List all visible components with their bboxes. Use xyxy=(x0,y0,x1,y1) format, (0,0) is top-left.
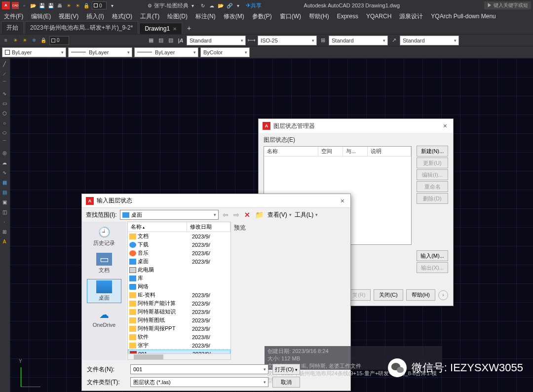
file-row[interactable]: 桌面2023/9/ xyxy=(128,257,230,266)
dim-icon[interactable]: ⟼ xyxy=(248,37,256,44)
hatch-tool-icon[interactable]: ▦ xyxy=(0,178,9,187)
qat-saveas-icon[interactable]: 💾 xyxy=(47,2,54,9)
qat-open-icon[interactable]: 📂 xyxy=(30,2,37,9)
filetype-dropdown[interactable]: 图层状态 (*.las) xyxy=(130,377,268,387)
file-row[interactable]: 此电脑 xyxy=(128,266,230,274)
col-name[interactable]: 名称 xyxy=(264,147,318,156)
table-icon[interactable]: ⊞ xyxy=(319,37,327,44)
tools-dd[interactable]: 工具(L) xyxy=(295,211,318,219)
file-row[interactable]: 下载2023/9/ xyxy=(128,240,230,249)
place-docs[interactable]: ▭文档 xyxy=(87,252,121,275)
qat-redo-icon[interactable]: ☀ xyxy=(74,2,81,9)
file-row[interactable]: IE-资料2023/9/ xyxy=(128,291,230,299)
workspace-label[interactable]: 张宇-绘图经典 xyxy=(154,2,189,9)
place-desktop[interactable]: 桌面 xyxy=(87,279,121,303)
search-hint[interactable]: ▶ 键入关键字或短 xyxy=(484,1,531,9)
file-row[interactable]: 软件2023/8/ xyxy=(128,333,230,341)
arc-icon[interactable]: ⌒ xyxy=(0,79,9,88)
qat-print-icon[interactable]: 🖶 xyxy=(56,2,63,9)
dimstyle-dd[interactable]: ISO-25 xyxy=(258,36,317,45)
qat-lock-icon[interactable]: 🔒 xyxy=(83,2,90,9)
lsm-close-button-2[interactable]: 关闭(C) xyxy=(374,289,403,301)
workspace-dd-icon[interactable]: ▾ xyxy=(190,2,196,9)
hatch3-icon[interactable]: ▧ xyxy=(167,37,175,44)
menu-item[interactable]: 视图(V) xyxy=(55,11,82,22)
menu-item[interactable]: YQARCH xyxy=(362,12,395,21)
circle-icon[interactable]: ○ xyxy=(0,118,9,127)
menu-item[interactable]: 源泉设计 xyxy=(395,11,427,22)
tab-start[interactable]: 开始 xyxy=(1,21,24,34)
point-icon[interactable]: · xyxy=(0,217,9,226)
file-row[interactable]: 网络 xyxy=(128,282,230,291)
menu-item[interactable]: 标注(N) xyxy=(191,11,220,22)
new-tab-button[interactable]: + xyxy=(182,22,196,34)
hatch-icon[interactable]: ▦ xyxy=(147,37,155,44)
tab-doc2[interactable]: Drawing1✕ xyxy=(139,23,182,34)
text-a-icon[interactable]: |A xyxy=(177,37,185,44)
file-list[interactable]: 名称 修改日期 文档2023/9/下载2023/9/音乐2023/6/桌面202… xyxy=(127,222,231,360)
ellipse-icon[interactable]: ⬭ xyxy=(0,128,9,137)
tab-doc1[interactable]: 2023年扬州电池布局...研发+半片)_9-2* xyxy=(25,21,138,34)
mleader-icon[interactable]: ↗ xyxy=(390,37,398,44)
gradient-icon[interactable]: ▤ xyxy=(0,188,9,196)
text-tool-icon[interactable]: A xyxy=(0,237,9,246)
menu-item[interactable]: 帮助(H) xyxy=(305,11,333,22)
col-with[interactable]: 与... xyxy=(343,147,368,156)
file-row[interactable]: 阿特斯基础知识2023/9/ xyxy=(128,308,230,316)
qat-layer-dd[interactable]: 0 xyxy=(92,1,107,9)
menu-item[interactable]: 参数(P) xyxy=(248,11,276,22)
menu-item[interactable]: 窗口(W) xyxy=(276,11,305,22)
menu-item[interactable]: 格式(O) xyxy=(108,11,136,22)
layer-filter-icon[interactable]: ≡ xyxy=(2,37,10,44)
file-row[interactable]: 张宇2023/9/ xyxy=(128,341,230,350)
arc2-icon[interactable]: ⌒ xyxy=(0,138,9,147)
lookin-dropdown[interactable]: 桌面 xyxy=(120,210,219,220)
view-dd[interactable]: 查看(V) xyxy=(267,211,292,219)
menu-item[interactable]: YQArch Pull-down Menu xyxy=(427,12,499,21)
col-space[interactable]: 空间 xyxy=(318,147,343,156)
fwd-icon[interactable]: ⇨ xyxy=(232,211,240,219)
qat-cad-icon[interactable]: CAD xyxy=(12,2,19,9)
qat-dd-arrow-icon[interactable]: ▾ xyxy=(109,2,115,9)
tb-dd-icon[interactable]: ▾ xyxy=(235,2,242,9)
h-scrollbar[interactable] xyxy=(128,353,230,359)
spline2-icon[interactable]: ∿ xyxy=(0,168,9,177)
layer-light-icon[interactable]: ☀ xyxy=(11,37,19,44)
plotstyle-dd[interactable]: ByColor xyxy=(200,47,250,57)
color-dd[interactable]: ByLayer xyxy=(2,47,66,57)
polygon-icon[interactable]: ⬡ xyxy=(0,109,9,118)
layer-quick-dd[interactable]: 0 xyxy=(49,36,69,45)
menu-item[interactable]: 编辑(E) xyxy=(27,11,55,22)
layer-sun-icon[interactable]: ☀ xyxy=(21,37,29,44)
qat-new-icon[interactable]: ▫ xyxy=(21,2,28,9)
tb-folder-icon[interactable]: 📂 xyxy=(217,2,224,9)
file-row[interactable]: 音乐2023/6/ xyxy=(128,249,230,257)
region-icon[interactable]: ◫ xyxy=(0,207,9,216)
open-button[interactable]: 打开(O) xyxy=(272,364,300,375)
menu-item[interactable]: Express xyxy=(333,12,362,21)
col-file-modified[interactable]: 修改日期 xyxy=(187,222,230,232)
file-row[interactable]: 阿特斯产能计算2023/9/ xyxy=(128,299,230,308)
file-row[interactable]: 文档2023/9/ xyxy=(128,232,230,240)
col-file-name[interactable]: 名称 xyxy=(128,222,187,232)
col-desc[interactable]: 说明 xyxy=(368,147,411,156)
tablestyle-dd[interactable]: Standard xyxy=(329,36,388,45)
newfolder-icon[interactable]: 📁 xyxy=(254,211,265,219)
back-icon[interactable]: ⇦ xyxy=(222,211,229,219)
menu-item[interactable]: 工具(T) xyxy=(136,11,163,22)
menu-item[interactable]: 插入(I) xyxy=(82,11,108,22)
qat-undo-icon[interactable]: ☀ xyxy=(65,2,72,9)
share-label[interactable]: 共享 xyxy=(251,2,262,9)
donut-icon[interactable]: ◎ xyxy=(0,148,9,157)
file-titlebar[interactable]: A 输入图层状态 × xyxy=(82,194,350,208)
pline-icon[interactable]: ⟋ xyxy=(0,69,9,78)
table-tool-icon[interactable]: ⊞ xyxy=(0,227,9,236)
layer-lock-icon[interactable]: 🔒 xyxy=(39,37,47,44)
boundary-icon[interactable]: ▣ xyxy=(0,197,9,206)
lsm-expand-button[interactable]: › xyxy=(438,290,448,300)
lsm-titlebar[interactable]: A 图层状态管理器 × xyxy=(259,119,453,133)
lineweight-dd[interactable]: ByLayer xyxy=(134,47,198,57)
qat-gear-icon[interactable]: ⚙ xyxy=(146,2,153,9)
lsm-help-button[interactable]: 帮助(H) xyxy=(406,289,435,301)
revision-icon[interactable]: ☁ xyxy=(0,158,9,167)
